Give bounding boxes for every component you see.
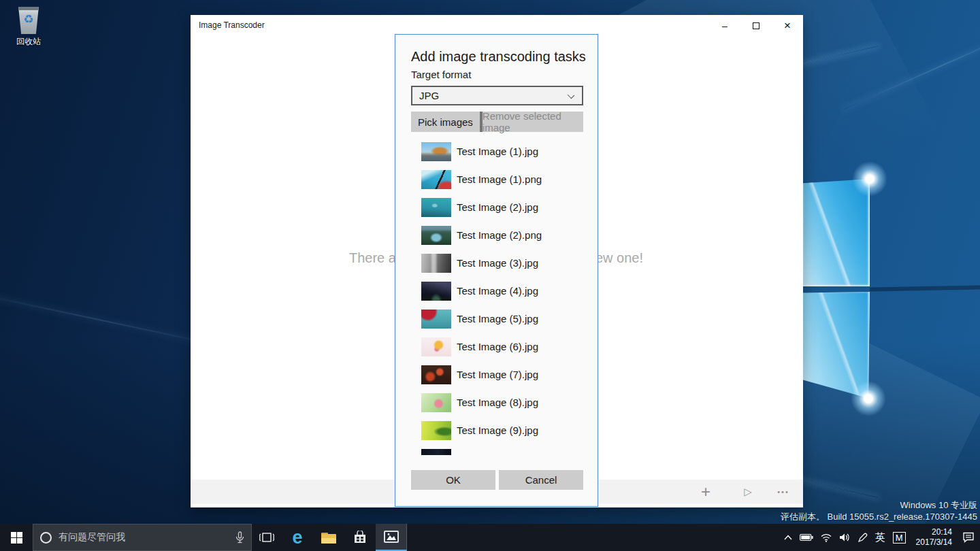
photos-app-icon [383, 530, 399, 544]
image-thumbnail [421, 310, 451, 329]
list-item[interactable]: Test Image (9).jpg [411, 416, 583, 444]
dialog-footer: OK Cancel [411, 470, 583, 490]
list-item[interactable]: Test Image (2).png [411, 221, 583, 249]
list-item-label: Test Image (1).png [457, 173, 542, 185]
volume-tray-button[interactable] [839, 533, 850, 542]
list-item-label: Test Image (2).jpg [457, 201, 538, 213]
taskbar-edge-button[interactable]: e [282, 524, 313, 551]
network-tray-button[interactable] [821, 533, 832, 542]
image-thumbnail [421, 254, 451, 273]
recycle-symbol-icon: ♻ [17, 12, 40, 27]
taskbar-image-transcoder-button[interactable] [376, 524, 407, 551]
cortana-icon [40, 532, 52, 544]
cancel-button[interactable]: Cancel [499, 470, 583, 490]
recycle-bin-icon: ♻ [17, 7, 40, 34]
empty-state-text-right: ew one! [595, 250, 643, 266]
taskbar: 有问题尽管问我 e [0, 524, 980, 551]
list-item-partial[interactable] [411, 444, 583, 455]
list-item-label: Test Image (2).png [457, 229, 542, 241]
list-item-label: Test Image (1).jpg [457, 146, 538, 157]
list-actions: Pick images Remove selected image [411, 112, 583, 132]
target-format-label: Target format [411, 69, 471, 80]
ok-label: OK [446, 474, 461, 486]
battery-tray-button[interactable] [800, 533, 813, 541]
list-item-label: Test Image (8).jpg [457, 397, 538, 408]
list-item[interactable]: Test Image (7).jpg [411, 361, 583, 388]
list-item-label: Test Image (5).jpg [457, 313, 538, 324]
pen-icon [858, 533, 868, 543]
clock-date: 2017/3/14 [916, 537, 952, 548]
list-item[interactable]: Test Image (8).jpg [411, 388, 583, 416]
add-tasks-dialog: Add image transcoding tasks Target forma… [395, 34, 598, 507]
plus-icon: + [701, 482, 710, 501]
ime-language-indicator[interactable]: 英 [875, 531, 885, 544]
image-thumbnail [421, 170, 451, 189]
list-item[interactable]: Test Image (2).jpg [411, 193, 583, 221]
edge-icon: e [292, 529, 302, 547]
list-item-label: Test Image (4).jpg [457, 285, 538, 297]
list-item-partial-thumbnail [421, 449, 451, 456]
task-view-icon [259, 532, 274, 543]
image-thumbnail [421, 142, 451, 161]
close-button[interactable]: × [772, 15, 803, 37]
image-list[interactable]: Test Image (1).jpg Test Image (1).png Te… [411, 137, 583, 455]
light-glow [852, 161, 887, 197]
recycle-bin-shortcut[interactable]: ♻ 回收站 [7, 7, 50, 48]
image-thumbnail [421, 282, 451, 301]
taskbar-store-button[interactable] [344, 524, 376, 551]
taskbar-file-explorer-button[interactable] [313, 524, 344, 551]
list-item[interactable]: Test Image (1).jpg [411, 137, 583, 165]
remove-selected-label: Remove selected image [483, 110, 583, 133]
start-button[interactable] [0, 524, 33, 551]
windows-watermark: Windows 10 专业版 评估副本。 Build 15055.rs2_rel… [781, 499, 977, 522]
add-task-button[interactable]: + [696, 480, 716, 504]
ok-button[interactable]: OK [411, 470, 495, 490]
clock-time: 20:14 [916, 527, 952, 537]
list-item[interactable]: Test Image (6).jpg [411, 333, 583, 361]
list-item-label: Test Image (9).jpg [457, 424, 538, 436]
show-hidden-icons-button[interactable] [784, 535, 792, 540]
light-glow [851, 381, 886, 416]
search-placeholder: 有问题尽管问我 [59, 531, 235, 544]
chevron-up-icon [784, 535, 792, 540]
image-thumbnail [421, 421, 451, 440]
task-view-button[interactable] [252, 524, 282, 551]
list-item[interactable]: Test Image (5).jpg [411, 305, 583, 333]
ellipsis-icon: ••• [777, 488, 789, 496]
pick-images-button[interactable]: Pick images [411, 112, 480, 132]
window-title: Image Transcoder [199, 20, 265, 30]
ime-mode-indicator[interactable]: M [893, 532, 906, 544]
chevron-down-icon [568, 92, 574, 99]
dialog-title: Add image transcoding tasks [411, 49, 586, 65]
empty-state-text-left: There ar [349, 250, 401, 266]
taskbar-clock[interactable]: 20:14 2017/3/14 [916, 527, 952, 548]
watermark-build: 评估副本。 Build 15055.rs2_release.170307-144… [781, 511, 977, 522]
maximize-button[interactable] [740, 15, 772, 37]
close-icon: × [784, 19, 791, 33]
cancel-label: Cancel [525, 474, 557, 486]
maximize-icon [753, 22, 760, 29]
combobox-value: JPG [419, 90, 439, 101]
action-center-button[interactable] [962, 532, 975, 543]
pick-images-label: Pick images [418, 116, 473, 128]
cortana-search-box[interactable]: 有问题尽管问我 [33, 524, 252, 551]
list-item-label: Test Image (7).jpg [457, 369, 538, 380]
list-item-label: Test Image (3).jpg [457, 257, 538, 269]
remove-selected-image-button[interactable]: Remove selected image [483, 112, 583, 132]
start-tasks-button[interactable]: ▷ [738, 480, 758, 504]
microphone-icon[interactable] [235, 531, 244, 544]
pinned-apps: e [282, 524, 407, 551]
recycle-bin-label: 回收站 [7, 36, 50, 48]
windows-logo-gap-shadow [870, 286, 980, 292]
file-explorer-icon [321, 531, 337, 544]
play-icon: ▷ [744, 486, 752, 498]
minimize-icon: – [722, 20, 728, 31]
minimize-button[interactable]: – [709, 15, 740, 37]
target-format-combobox[interactable]: JPG [411, 86, 583, 105]
list-item[interactable]: Test Image (4).jpg [411, 277, 583, 305]
pen-tray-button[interactable] [858, 533, 868, 543]
list-item[interactable]: Test Image (3).jpg [411, 249, 583, 277]
list-item[interactable]: Test Image (1).png [411, 165, 583, 193]
image-thumbnail [421, 393, 451, 412]
action-center-icon [962, 532, 975, 543]
